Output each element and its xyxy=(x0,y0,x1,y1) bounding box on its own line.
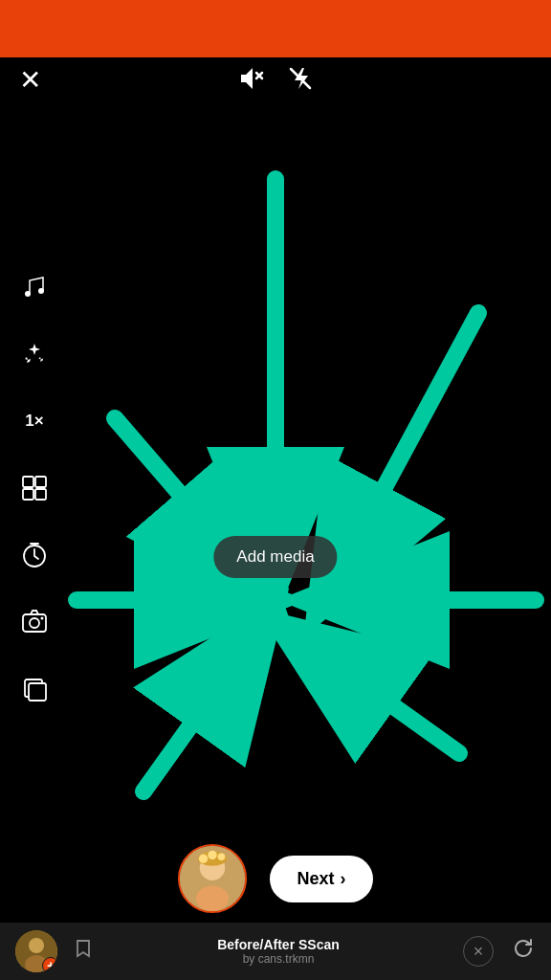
effect-name: Before/After SScan xyxy=(217,937,340,952)
svg-point-3 xyxy=(25,291,31,297)
toolbar-effect-info: Before/After SScan by cans.trkmn xyxy=(105,937,452,966)
bookmark-icon[interactable] xyxy=(73,938,94,965)
svg-line-20 xyxy=(143,657,239,791)
svg-point-12 xyxy=(41,617,44,620)
next-chevron-icon: › xyxy=(341,869,346,889)
arrows-container xyxy=(0,57,551,865)
sidebar-item-speed[interactable]: 1× xyxy=(15,402,54,440)
sidebar-item-add-camera[interactable] xyxy=(15,603,54,641)
svg-line-17 xyxy=(344,313,478,562)
add-media-button[interactable]: Add media xyxy=(213,536,337,578)
svg-point-29 xyxy=(209,851,217,859)
svg-point-4 xyxy=(38,288,44,294)
svg-line-19 xyxy=(325,657,459,753)
sidebar-item-layout[interactable] xyxy=(15,469,54,507)
flash-off-icon[interactable] xyxy=(287,65,314,99)
svg-point-11 xyxy=(30,618,39,628)
svg-point-25 xyxy=(196,886,229,911)
svg-point-28 xyxy=(218,854,226,861)
svg-rect-8 xyxy=(35,489,46,500)
sidebar: 1× xyxy=(15,268,54,708)
svg-rect-5 xyxy=(23,477,33,487)
header-icons xyxy=(237,65,314,99)
avatar[interactable]: + xyxy=(15,930,57,972)
add-media-label: Add media xyxy=(236,547,314,566)
sidebar-item-layers[interactable] xyxy=(15,670,54,708)
next-label: Next xyxy=(297,869,334,889)
toolbar-close-button[interactable]: × xyxy=(463,936,494,967)
close-button[interactable]: ✕ xyxy=(19,67,41,94)
svg-line-22 xyxy=(115,418,234,557)
sidebar-item-music[interactable] xyxy=(15,268,54,306)
sidebar-item-effects[interactable] xyxy=(15,335,54,373)
bottom-action-area: Next › xyxy=(0,844,551,923)
svg-point-31 xyxy=(29,938,44,953)
avatar-add-icon: + xyxy=(42,957,57,972)
bottom-toolbar: + Before/After SScan by cans.trkmn × xyxy=(0,923,551,980)
svg-rect-14 xyxy=(29,683,46,701)
svg-point-27 xyxy=(199,855,208,863)
sidebar-item-timer[interactable] xyxy=(15,536,54,574)
svg-rect-7 xyxy=(23,489,33,500)
next-button[interactable]: Next › xyxy=(270,856,372,902)
svg-rect-6 xyxy=(35,477,46,487)
toolbar-close-icon: × xyxy=(474,942,484,962)
top-bar xyxy=(0,0,551,57)
media-thumbnail[interactable] xyxy=(178,844,247,913)
toolbar-refresh-icon[interactable] xyxy=(511,936,536,967)
effect-author: by cans.trkmn xyxy=(243,952,315,966)
mute-icon[interactable] xyxy=(237,65,264,99)
